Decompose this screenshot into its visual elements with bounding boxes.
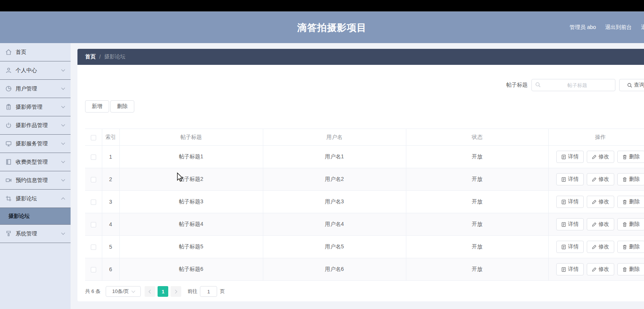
cell-status: 开放 [406,258,548,281]
breadcrumb: 首页 / 摄影论坛 [77,49,644,65]
cell-user: 用户名2 [263,168,406,191]
document-icon [561,245,566,249]
table-row: 4 帖子标题4 用户名4 开放 详情 [85,213,644,236]
cell-user: 用户名4 [263,213,406,236]
add-button[interactable]: 新增 [85,100,109,113]
cell-title: 帖子标题6 [119,258,263,281]
edit-button[interactable]: 修改 [587,196,614,208]
top-black-bar [0,0,644,11]
sidebar-item-10[interactable]: 系统管理 [0,225,71,243]
edit-button[interactable]: 修改 [587,151,614,163]
pen-icon [592,154,597,159]
sidebar-item-4[interactable]: 摄影师管理 [0,98,71,116]
trash-button[interactable]: 删除 [617,263,644,275]
table-row: 1 帖子标题1 用户名1 开放 详情 [85,146,644,168]
trash-icon [622,222,627,227]
goto-page-input[interactable] [200,286,217,297]
row-checkbox[interactable] [91,200,96,205]
cell-index: 6 [102,258,119,281]
cell-user: 用户名6 [263,258,406,281]
delete-button[interactable]: 删除 [110,100,134,113]
trash-button[interactable]: 删除 [617,173,644,185]
page-number-active[interactable]: 1 [158,286,168,297]
pen-icon [592,200,597,204]
document-icon [561,200,566,204]
header-user[interactable]: 管理员 abo [570,24,596,31]
trash-button[interactable]: 删除 [617,196,644,208]
header-link-frontend[interactable]: 退出到前台 [605,24,632,31]
sidebar-item-8[interactable]: 预约信息管理 [0,171,71,190]
chevron-down-icon [61,123,65,127]
query-button[interactable]: 查询 [619,79,644,91]
search-box [531,79,615,91]
breadcrumb-home[interactable]: 首页 [85,53,96,60]
row-checkbox[interactable] [91,222,96,227]
chevron-down-icon [61,86,65,90]
row-checkbox[interactable] [91,267,96,272]
sidebar-subitem[interactable]: 摄影论坛 [0,208,71,225]
table-row: 3 帖子标题3 用户名3 开放 详情 [85,191,644,213]
clipboard-icon [5,104,12,110]
detail-button[interactable]: 详情 [556,173,584,185]
detail-button[interactable]: 详情 [556,241,584,253]
edit-button[interactable]: 修改 [587,218,614,230]
toolbar: 新增 删除 [85,100,644,113]
sidebar-item-6[interactable]: 摄影服务管理 [0,135,71,153]
sidebar-item-7[interactable]: 收费类型管理 [0,153,71,171]
chevron-left-icon [149,290,153,293]
goto-label: 前往 [187,288,197,295]
table-row: 2 帖子标题2 用户名2 开放 详情 [85,168,644,191]
sidebar-item-3[interactable]: 用户管理 [0,80,71,98]
trash-icon [622,245,627,249]
chevron-right-icon [174,290,177,293]
trash-icon [622,267,627,272]
table-body: 1 帖子标题1 用户名1 开放 详情 [85,146,644,281]
document-icon [561,177,566,182]
edit-button[interactable]: 修改 [587,173,614,185]
chevron-down-icon [61,231,65,235]
table-row: 6 帖子标题6 用户名6 开放 详情 [85,258,644,281]
header-link-logout[interactable]: 退出登录 [641,24,644,31]
content-panel: 帖子标题 查询 [77,65,644,301]
cell-title: 帖子标题1 [119,146,263,168]
select-all-checkbox[interactable] [91,135,96,140]
row-checkbox[interactable] [91,154,96,160]
sidebar-item-5[interactable]: 摄影作品管理 [0,116,71,135]
pen-icon [592,177,597,182]
chevron-down-icon [61,159,65,163]
sidebar-item-2[interactable]: 个人中心 [0,61,71,80]
home-icon [5,49,12,55]
sidebar-item-9[interactable]: 摄影论坛 [0,190,71,208]
pagination-total: 共 6 条 [85,288,100,295]
document-icon [561,222,566,227]
cell-user: 用户名3 [263,191,406,213]
page-size-select[interactable]: 10条/页 [106,286,141,297]
brush-icon [5,230,12,237]
column-header-op: 操作 [548,129,644,146]
trash-icon [622,177,627,182]
column-header-title: 帖子标题 [119,129,263,146]
next-page-button[interactable] [171,286,181,297]
pen-icon [592,267,597,272]
trash-button[interactable]: 删除 [617,151,644,163]
detail-button[interactable]: 详情 [556,263,584,275]
trash-button[interactable]: 删除 [617,241,644,253]
trash-button[interactable]: 删除 [617,218,644,230]
prev-page-button[interactable] [145,286,155,297]
sidebar-menu: 首页 个人中心 用户管理 摄影师管理 摄影作品管理 摄影服务管理 收费类型管理 … [0,43,71,243]
edit-button[interactable]: 修改 [587,241,614,253]
detail-button[interactable]: 详情 [556,196,584,208]
detail-button[interactable]: 详情 [556,151,584,163]
edit-button[interactable]: 修改 [587,263,614,275]
search-icon [535,82,541,89]
chevron-down-icon [132,289,135,293]
detail-button[interactable]: 详情 [556,218,584,230]
search-input[interactable] [531,79,615,91]
video-icon [5,177,12,183]
row-checkbox[interactable] [91,245,96,250]
row-checkbox[interactable] [91,177,96,182]
cell-title: 帖子标题4 [119,213,263,236]
sidebar-item-1[interactable]: 首页 [0,43,71,61]
data-table: 索引 帖子标题 用户名 状态 操作 1 帖子标题1 用户名1 开放 [85,129,644,281]
chevron-down-icon [61,68,65,72]
